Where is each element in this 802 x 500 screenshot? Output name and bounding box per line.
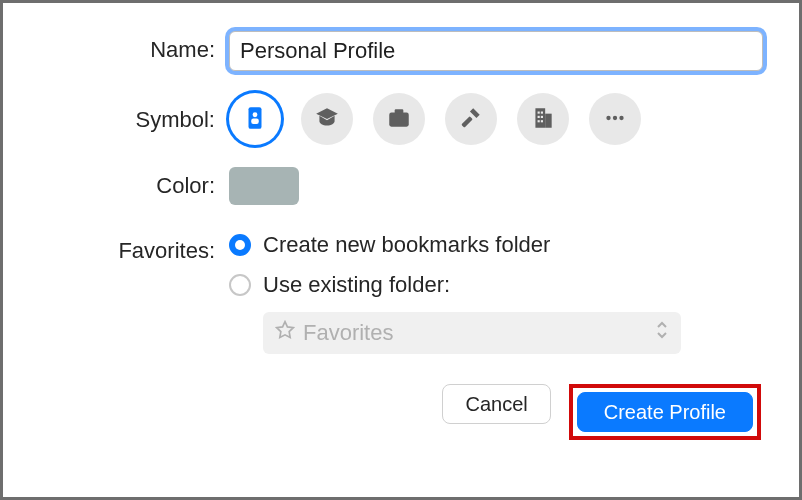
radio-use-existing-indicator xyxy=(229,274,251,296)
symbol-option-id-card[interactable] xyxy=(229,93,281,145)
svg-rect-10 xyxy=(538,115,540,117)
office-building-icon xyxy=(530,105,556,134)
briefcase-icon xyxy=(386,105,412,134)
chevron-up-down-icon xyxy=(655,320,669,346)
ellipsis-icon xyxy=(602,105,628,134)
svg-rect-12 xyxy=(538,120,540,122)
favorites-row: Favorites: Create new bookmarks folder U… xyxy=(39,232,763,354)
symbol-option-office-building[interactable] xyxy=(517,93,569,145)
svg-point-16 xyxy=(619,115,623,119)
dialog-footer: Cancel Create Profile xyxy=(39,384,763,440)
profile-dialog: Name: Symbol: xyxy=(3,3,799,468)
color-row: Color: xyxy=(39,167,763,210)
annotation-highlight: Create Profile xyxy=(569,384,761,440)
svg-rect-2 xyxy=(251,118,259,123)
svg-point-15 xyxy=(613,115,617,119)
color-label: Color: xyxy=(39,167,229,199)
svg-rect-9 xyxy=(541,111,543,113)
svg-rect-4 xyxy=(395,109,404,113)
folder-picker[interactable]: Favorites xyxy=(263,312,681,354)
star-icon xyxy=(275,320,295,346)
svg-rect-6 xyxy=(535,108,545,128)
folder-picker-value: Favorites xyxy=(303,320,393,346)
svg-rect-0 xyxy=(249,107,262,129)
svg-rect-5 xyxy=(461,116,472,127)
name-row: Name: xyxy=(39,31,763,71)
symbol-label: Symbol: xyxy=(39,93,229,133)
name-label: Name: xyxy=(39,31,229,63)
svg-rect-13 xyxy=(541,120,543,122)
color-swatch-button[interactable] xyxy=(229,167,299,205)
radio-create-new[interactable]: Create new bookmarks folder xyxy=(229,232,763,258)
svg-rect-7 xyxy=(545,113,552,127)
svg-point-1 xyxy=(253,112,258,117)
graduation-cap-icon xyxy=(314,105,340,134)
hammer-icon xyxy=(458,105,484,134)
id-card-icon xyxy=(242,105,268,134)
svg-rect-8 xyxy=(538,111,540,113)
radio-use-existing[interactable]: Use existing folder: xyxy=(229,272,763,298)
create-profile-button[interactable]: Create Profile xyxy=(577,392,753,432)
radio-use-existing-label: Use existing folder: xyxy=(263,272,450,298)
svg-point-14 xyxy=(606,115,610,119)
radio-create-new-label: Create new bookmarks folder xyxy=(263,232,550,258)
svg-rect-11 xyxy=(541,115,543,117)
svg-rect-3 xyxy=(389,112,409,126)
cancel-button[interactable]: Cancel xyxy=(442,384,550,424)
symbol-option-briefcase[interactable] xyxy=(373,93,425,145)
symbol-row: Symbol: xyxy=(39,93,763,145)
symbol-option-hammer[interactable] xyxy=(445,93,497,145)
name-input[interactable] xyxy=(229,31,763,71)
symbol-option-graduation-cap[interactable] xyxy=(301,93,353,145)
radio-create-new-indicator xyxy=(229,234,251,256)
favorites-label: Favorites: xyxy=(39,232,229,264)
symbol-option-more[interactable] xyxy=(589,93,641,145)
